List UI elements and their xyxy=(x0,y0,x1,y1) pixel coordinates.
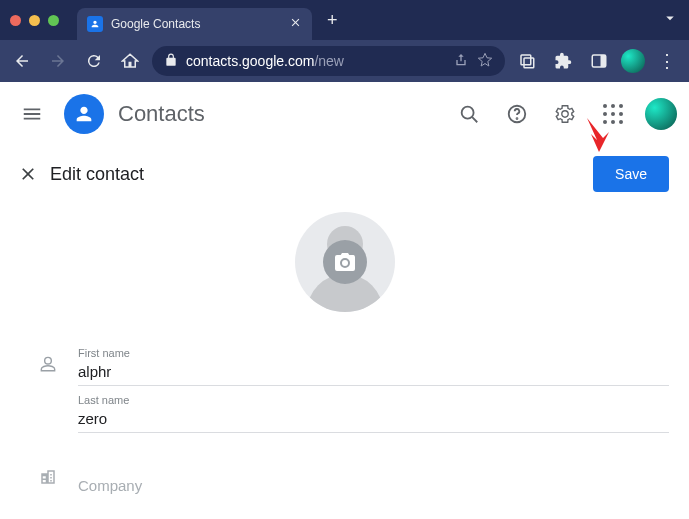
forward-button[interactable] xyxy=(44,47,72,75)
first-name-label: First name xyxy=(78,347,669,359)
camera-icon xyxy=(323,240,367,284)
svg-line-5 xyxy=(472,117,477,122)
last-name-input[interactable] xyxy=(78,407,669,433)
browser-tab-strip: Google Contacts + xyxy=(0,0,689,40)
edit-contact-bar: Edit contact Save xyxy=(0,146,689,202)
person-icon xyxy=(36,342,60,386)
company-input[interactable] xyxy=(78,474,669,499)
sidepanel-icon[interactable] xyxy=(585,47,613,75)
browser-menu-icon[interactable]: ⋮ xyxy=(653,47,681,75)
tabs-dropdown-icon[interactable] xyxy=(661,9,679,31)
svg-point-4 xyxy=(462,107,474,119)
app-header: Contacts xyxy=(0,82,689,146)
tab-close-icon[interactable] xyxy=(289,16,302,32)
window-maximize-button[interactable] xyxy=(48,15,59,26)
share-icon[interactable] xyxy=(453,52,469,71)
url-text: contacts.google.com/new xyxy=(186,53,445,69)
tab-title: Google Contacts xyxy=(111,17,281,31)
company-row xyxy=(36,455,669,499)
tab-favicon-icon xyxy=(87,16,103,32)
svg-point-7 xyxy=(517,118,518,119)
last-name-label: Last name xyxy=(78,394,669,406)
save-button[interactable]: Save xyxy=(593,156,669,192)
account-avatar[interactable] xyxy=(645,98,677,130)
window-close-button[interactable] xyxy=(10,15,21,26)
company-icon xyxy=(36,455,60,499)
bookmark-star-icon[interactable] xyxy=(477,52,493,71)
svg-point-8 xyxy=(342,260,348,266)
extensions-icon[interactable] xyxy=(549,47,577,75)
close-edit-button[interactable] xyxy=(10,156,46,192)
reading-list-icon[interactable] xyxy=(513,47,541,75)
new-tab-button[interactable]: + xyxy=(327,10,338,31)
browser-profile-avatar[interactable] xyxy=(621,49,645,73)
help-button[interactable] xyxy=(497,94,537,134)
window-minimize-button[interactable] xyxy=(29,15,40,26)
main-menu-button[interactable] xyxy=(12,94,52,134)
svg-rect-0 xyxy=(521,55,531,65)
app-name: Contacts xyxy=(118,101,205,127)
first-name-input[interactable] xyxy=(78,360,669,386)
add-photo-button[interactable] xyxy=(295,212,395,312)
home-button[interactable] xyxy=(116,47,144,75)
reload-button[interactable] xyxy=(80,47,108,75)
browser-toolbar: contacts.google.com/new ⋮ xyxy=(0,40,689,82)
address-bar[interactable]: contacts.google.com/new xyxy=(152,46,505,76)
contacts-logo-icon xyxy=(64,94,104,134)
window-controls xyxy=(10,15,59,26)
svg-rect-3 xyxy=(601,55,606,67)
search-button[interactable] xyxy=(449,94,489,134)
apps-grid-icon xyxy=(603,104,623,124)
last-name-row: Last name xyxy=(36,394,669,433)
edit-title: Edit contact xyxy=(50,164,144,185)
back-button[interactable] xyxy=(8,47,36,75)
browser-tab[interactable]: Google Contacts xyxy=(77,8,312,40)
avatar-section xyxy=(0,212,689,342)
first-name-row: First name xyxy=(36,342,669,386)
edit-form: First name Last name xyxy=(0,202,689,499)
lock-icon xyxy=(164,53,178,70)
settings-button[interactable] xyxy=(545,94,585,134)
google-apps-button[interactable] xyxy=(593,94,633,134)
svg-rect-1 xyxy=(524,58,534,68)
